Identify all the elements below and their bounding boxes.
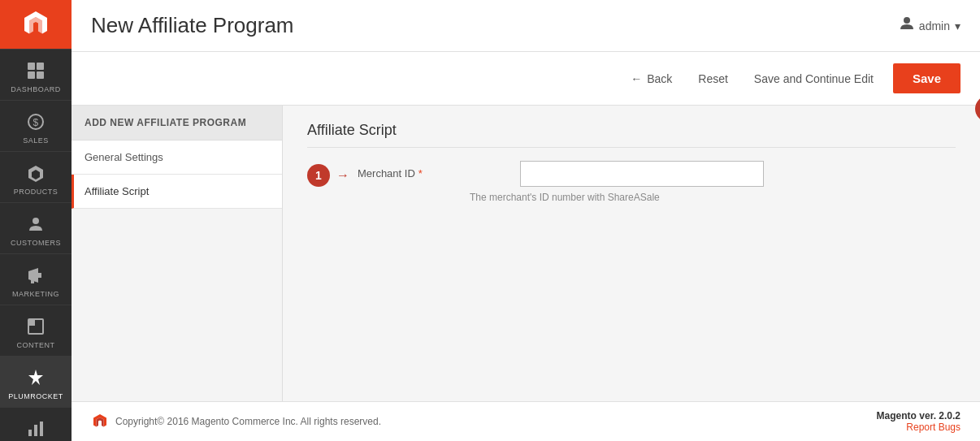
report-bugs-link[interactable]: Report Bugs — [906, 422, 960, 433]
reports-icon — [24, 417, 47, 440]
body-area: ADD NEW AFFILIATE PROGRAM General Settin… — [72, 106, 980, 401]
sidebar: DASHBOARD $ SALES PRODUCTS CUSTOMERS — [0, 0, 72, 441]
user-name: admin — [919, 19, 950, 32]
marketing-icon — [24, 264, 47, 287]
page-header: New Affiliate Program admin ▾ — [72, 0, 980, 52]
footer-left: Copyright© 2016 Magento Commerce Inc. Al… — [91, 413, 381, 430]
merchant-id-hint: The merchant's ID number with ShareASale — [470, 192, 956, 203]
sidebar-item-plumrocket-label: PLUMROCKET — [8, 392, 63, 400]
merchant-id-row: 1 → Merchant ID * — [307, 161, 956, 187]
magento-version: Magento ver. 2.0.2 — [877, 410, 960, 422]
sidebar-item-content[interactable]: CONTENT — [0, 305, 72, 356]
magento-logo-icon — [20, 8, 52, 41]
svg-rect-1 — [37, 63, 44, 70]
svg-marker-14 — [28, 370, 43, 385]
toolbar: ← Back Reset Save and Continue Edit Save… — [72, 52, 980, 106]
svg-rect-3 — [37, 71, 44, 79]
nav-item-general[interactable]: General Settings — [72, 141, 282, 175]
right-content: Affiliate Script 1 → Merchant ID * The m… — [283, 106, 980, 401]
svg-rect-15 — [28, 430, 32, 436]
back-arrow-icon: ← — [631, 72, 642, 85]
sidebar-item-content-label: CONTENT — [17, 341, 55, 349]
svg-rect-17 — [40, 422, 43, 436]
save-continue-label: Save and Continue Edit — [754, 72, 874, 85]
sales-icon: $ — [24, 110, 47, 133]
dashboard-icon — [24, 59, 47, 82]
svg-rect-16 — [34, 425, 37, 436]
back-button[interactable]: ← Back — [624, 67, 679, 90]
sidebar-item-products[interactable]: PRODUCTS — [0, 151, 72, 202]
content-icon — [24, 315, 47, 338]
panel-title: ADD NEW AFFILIATE PROGRAM — [72, 106, 282, 141]
merchant-id-label-text: Merchant ID — [358, 167, 415, 179]
main-content: New Affiliate Program admin ▾ ← Back Res… — [72, 0, 980, 441]
plumrocket-icon — [24, 366, 47, 389]
merchant-id-input[interactable] — [520, 161, 764, 187]
footer-magento-logo-icon — [91, 413, 109, 430]
nav-item-affiliate[interactable]: Affiliate Script — [72, 175, 282, 209]
page-footer: Copyright© 2016 Magento Commerce Inc. Al… — [72, 401, 980, 441]
sidebar-item-marketing-label: MARKETING — [12, 290, 59, 298]
svg-rect-10 — [38, 273, 41, 278]
save-button[interactable]: Save — [893, 63, 960, 93]
products-icon — [24, 162, 47, 184]
sidebar-item-plumrocket[interactable]: PLUMROCKET — [0, 356, 72, 407]
section-title: Affiliate Script — [307, 122, 956, 148]
svg-rect-13 — [28, 319, 35, 326]
user-avatar-icon — [900, 16, 914, 35]
svg-text:$: $ — [33, 117, 38, 128]
user-menu[interactable]: admin ▾ — [900, 16, 960, 35]
svg-rect-0 — [28, 63, 35, 70]
annotation-1-badge: 1 — [307, 164, 330, 187]
chevron-down-icon: ▾ — [955, 19, 960, 32]
sidebar-item-sales[interactable]: $ SALES — [0, 100, 72, 151]
svg-point-18 — [904, 17, 910, 24]
sidebar-item-customers-label: CUSTOMERS — [11, 239, 61, 247]
back-label: Back — [647, 72, 672, 85]
footer-copyright: Copyright© 2016 Magento Commerce Inc. Al… — [115, 416, 381, 427]
svg-point-8 — [33, 218, 39, 224]
annotation-1-area: 1 → — [307, 164, 349, 187]
reset-label: Reset — [698, 72, 728, 85]
merchant-id-label: Merchant ID * — [358, 161, 520, 179]
annotation-1-arrow-icon: → — [336, 168, 349, 183]
page-title: New Affiliate Program — [91, 13, 294, 38]
reset-button[interactable]: Reset — [692, 67, 735, 90]
sidebar-item-sales-label: SALES — [23, 136, 49, 145]
required-indicator: * — [418, 167, 423, 179]
sidebar-item-dashboard-label: DASHBOARD — [11, 85, 61, 93]
save-continue-button[interactable]: Save and Continue Edit — [748, 67, 880, 90]
nav-general-label: General Settings — [85, 151, 163, 163]
left-panel: ADD NEW AFFILIATE PROGRAM General Settin… — [72, 106, 283, 401]
customers-icon — [24, 213, 47, 236]
sidebar-item-reports[interactable]: REPORTS — [0, 407, 72, 441]
annotation2-wrapper: Save ↑ 2 — [893, 63, 960, 93]
footer-right: Magento ver. 2.0.2 Report Bugs — [877, 410, 960, 433]
nav-affiliate-label: Affiliate Script — [85, 185, 149, 197]
sidebar-logo — [0, 0, 72, 49]
toolbar-actions: ← Back Reset Save and Continue Edit Save… — [624, 63, 960, 93]
sidebar-item-products-label: PRODUCTS — [14, 188, 59, 196]
sidebar-item-dashboard[interactable]: DASHBOARD — [0, 49, 72, 100]
svg-rect-2 — [28, 71, 35, 79]
sidebar-item-marketing[interactable]: MARKETING — [0, 253, 72, 305]
svg-rect-11 — [31, 279, 34, 283]
sidebar-item-customers[interactable]: CUSTOMERS — [0, 202, 72, 253]
